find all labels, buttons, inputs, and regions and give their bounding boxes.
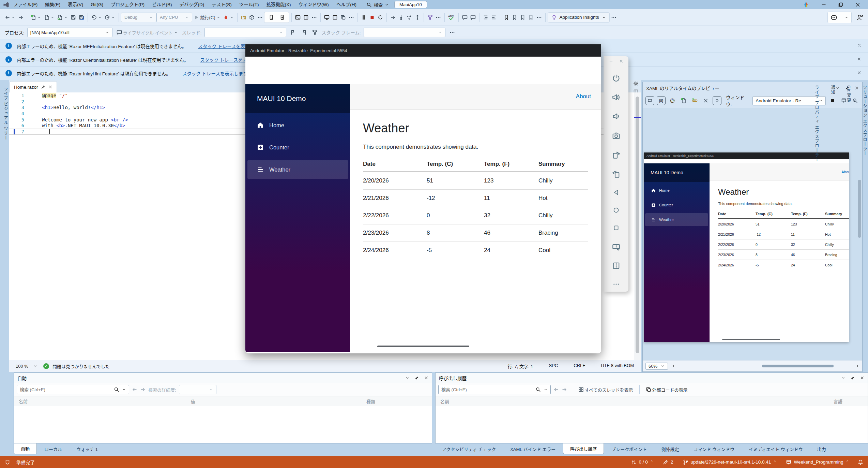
android-emulator-window[interactable]: Android Emulator - Resizable_Experimenta… xyxy=(245,44,601,353)
minimize-icon[interactable] xyxy=(821,2,826,8)
element-selection-button[interactable]: {8} xyxy=(657,96,666,105)
fold-device-icon[interactable] xyxy=(612,243,620,251)
clear-bookmarks-button[interactable] xyxy=(527,13,535,21)
close-icon[interactable] xyxy=(855,2,861,8)
terminal-split-button[interactable] xyxy=(302,13,310,21)
suspend-thread-button[interactable] xyxy=(311,28,319,36)
sync-status[interactable]: 0 / 0 ⌃ xyxy=(628,459,656,465)
scroll-left-icon[interactable] xyxy=(671,364,675,368)
emulator-titlebar[interactable]: Android Emulator - Resizable_Experimenta… xyxy=(245,44,601,57)
volume-up-icon[interactable] xyxy=(612,93,620,101)
add-xaml-button[interactable] xyxy=(679,96,688,105)
chevron-down-icon[interactable] xyxy=(844,15,849,19)
show-next-statement-button[interactable] xyxy=(389,13,397,21)
show-external-code-button[interactable]: 外部コードの表示 xyxy=(644,385,689,394)
theme-palette-button[interactable] xyxy=(668,96,677,105)
editor-scrollbar[interactable] xyxy=(634,92,641,360)
preview-monitor-button[interactable] xyxy=(323,13,331,21)
ruler-button[interactable] xyxy=(690,96,699,105)
toggle-bookmark-button[interactable] xyxy=(502,13,511,21)
side-tab[interactable]: ライブ プロパティ エクスプローラー xyxy=(813,85,820,162)
terminal-button[interactable] xyxy=(294,13,302,21)
background-tasks-icon[interactable] xyxy=(5,459,10,465)
refine-select[interactable] xyxy=(179,385,216,394)
bell-icon[interactable] xyxy=(858,459,863,465)
back-triangle-icon[interactable] xyxy=(613,189,620,196)
nav-item-weather[interactable]: Weather xyxy=(247,160,348,179)
search-back-icon[interactable] xyxy=(132,387,137,392)
android-nav-pill[interactable] xyxy=(377,346,469,347)
toolbar-overflow-button[interactable] xyxy=(256,13,264,21)
current-branch[interactable]: update/2726-net-maui-10-sr4.1-10.0.41 ⌃ xyxy=(680,459,779,465)
autos-search-input[interactable] xyxy=(20,387,111,392)
panel-tab[interactable]: 呼び出し履歴 xyxy=(563,443,604,454)
nav-back-button[interactable] xyxy=(3,13,17,21)
find-in-files-button[interactable] xyxy=(240,13,248,21)
about-link[interactable]: About xyxy=(576,93,591,100)
save-all-button[interactable] xyxy=(77,13,86,21)
autos-body[interactable] xyxy=(14,406,432,443)
step-over-button[interactable] xyxy=(405,13,413,21)
rotate-right-icon[interactable] xyxy=(612,170,620,178)
package-button[interactable] xyxy=(248,13,256,21)
device-mode-icon[interactable] xyxy=(612,262,620,270)
chevron-down-icon[interactable] xyxy=(122,387,126,392)
thread-select[interactable] xyxy=(204,28,286,37)
continue-button[interactable]: 続行(C) xyxy=(192,13,222,22)
share-button[interactable] xyxy=(339,13,347,21)
uncomment-button[interactable] xyxy=(469,13,477,21)
nav-item-home[interactable]: Home xyxy=(247,116,348,135)
menu-item[interactable]: デバッグ(D) xyxy=(176,0,208,9)
panel-tab[interactable]: XAML バインド エラー xyxy=(503,443,562,454)
autos-search-box[interactable] xyxy=(17,385,129,394)
search-icon[interactable] xyxy=(535,387,541,392)
debug-overflow-button[interactable] xyxy=(434,13,442,21)
step-out-button[interactable] xyxy=(413,13,422,21)
prev-bookmark-button[interactable] xyxy=(511,13,519,21)
menu-item[interactable]: ウィンドウ(W) xyxy=(295,0,333,9)
increase-indent-button[interactable] xyxy=(490,13,498,21)
close-icon[interactable] xyxy=(857,43,861,48)
show-all-threads-button[interactable]: すべてのスレッドを表示 xyxy=(577,385,635,394)
volume-down-icon[interactable] xyxy=(612,112,620,120)
panel-tab[interactable]: イミディエイト ウィンドウ xyxy=(742,443,810,454)
hot-reload-button[interactable] xyxy=(222,13,235,21)
deploy-device-button[interactable] xyxy=(278,13,286,21)
close-icon[interactable] xyxy=(424,376,428,380)
search-icon[interactable] xyxy=(114,387,119,392)
stop-debug-button[interactable] xyxy=(368,13,376,21)
close-icon[interactable] xyxy=(619,59,623,63)
menu-item[interactable]: ツール(T) xyxy=(235,0,263,9)
column-header[interactable]: 種類 xyxy=(366,398,375,405)
preview-overflow-button[interactable] xyxy=(347,13,355,21)
menu-item[interactable]: ヘルプ(H) xyxy=(333,0,360,9)
panel-tab[interactable]: アクセシビリティ チェック xyxy=(435,443,503,454)
preview-screenshot[interactable]: Android Emulator - Resizable_Experimenta… xyxy=(644,152,849,342)
preview-zoom-select[interactable]: 60% xyxy=(645,363,668,370)
run-on-device-button[interactable] xyxy=(267,13,275,21)
terminal-overflow-button[interactable] xyxy=(310,13,318,21)
nav-item-counter[interactable]: Counter xyxy=(247,138,348,157)
nav-item-home[interactable]: Home xyxy=(645,184,708,197)
overview-square-icon[interactable] xyxy=(613,224,620,231)
process-select[interactable]: [N/A] MauiApp10.dll xyxy=(27,28,112,37)
scrollbar-thumb[interactable] xyxy=(636,97,639,353)
tab-live-visual-tree[interactable]: ライブ ビジュアル ツリー xyxy=(0,85,9,140)
feedback-logo-icon[interactable] xyxy=(803,1,809,8)
code-map-button[interactable] xyxy=(426,13,434,21)
panel-tab[interactable]: コマンド ウィンドウ xyxy=(686,443,741,454)
break-all-button[interactable] xyxy=(360,13,368,21)
chevron-down-icon[interactable] xyxy=(544,387,548,392)
open-file-button[interactable] xyxy=(43,13,56,21)
home-circle-icon[interactable] xyxy=(613,207,620,214)
panel-tab[interactable]: 例外設定 xyxy=(654,443,686,454)
undo-button[interactable] xyxy=(90,13,103,21)
new-file-button[interactable] xyxy=(29,13,43,21)
spaces-indicator[interactable]: SPC xyxy=(549,363,558,369)
preview-vertical-scrollbar[interactable] xyxy=(858,180,861,238)
search-back-icon[interactable] xyxy=(553,387,559,392)
platform-select[interactable]: Any CPU xyxy=(156,13,192,22)
bookmark-overflow-button[interactable] xyxy=(535,13,543,21)
menu-item[interactable]: 編集(E) xyxy=(41,0,64,9)
solution-config-select[interactable]: Debug xyxy=(121,13,156,22)
